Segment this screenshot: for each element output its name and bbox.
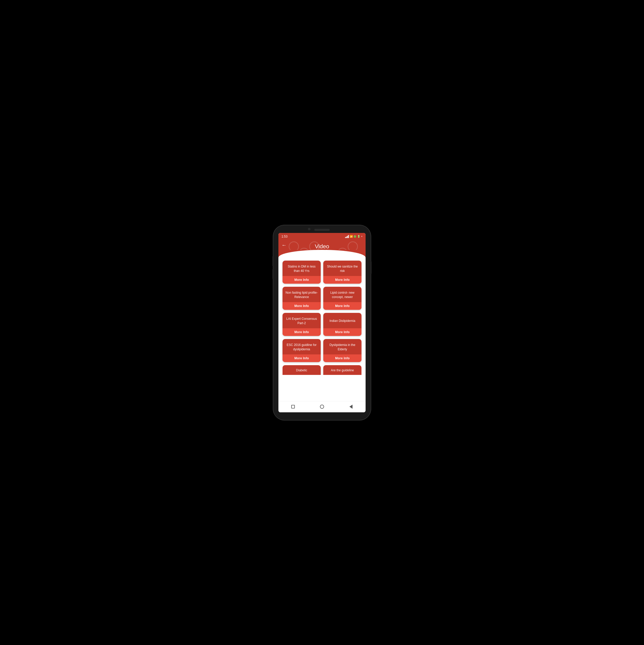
card-title-area-7: ESC 2016 guidline for dyslipidemia <box>283 339 321 355</box>
header-wave <box>279 250 365 257</box>
card-title-area-5: LAI Expert Consensus Part-2 <box>283 313 321 328</box>
nav-recents-button[interactable] <box>289 404 297 410</box>
card-title-5: LAI Expert Consensus Part-2 <box>285 317 318 326</box>
back-button[interactable]: ← <box>282 242 287 248</box>
video-card-2: Should we sanitize the risk More Info <box>323 261 361 284</box>
more-info-btn-1[interactable]: More Info <box>283 276 321 284</box>
bottom-nav <box>279 401 365 412</box>
card-title-area-2: Should we sanitize the risk <box>323 261 361 276</box>
card-title-3: Non fasting lipid profile- Relevance <box>285 290 318 299</box>
card-title-area-6: Indian Dislipidemia <box>323 313 361 328</box>
card-row-1: Statins in DM in less than 40 Yrs More I… <box>283 261 361 284</box>
more-info-btn-8[interactable]: More Info <box>323 355 361 362</box>
card-row-5: Diabetic Are the guideline <box>283 365 361 375</box>
more-info-btn-7[interactable]: More Info <box>283 355 321 362</box>
card-row-4: ESC 2016 guidline for dyslipidemia More … <box>283 339 361 362</box>
card-title-area-3: Non fasting lipid profile- Relevance <box>283 287 321 302</box>
card-title-2: Should we sanitize the risk <box>326 264 359 273</box>
status-time: 1:53 <box>282 235 287 238</box>
card-title-4: Lipid control- new concept, newer <box>326 290 359 299</box>
phone-screen: 1:53 📶 🟢 🔋 + <box>279 233 365 412</box>
card-row-2: Non fasting lipid profile- Relevance Mor… <box>283 287 361 310</box>
video-card-4: Lipid control- new concept, newer More I… <box>323 287 361 310</box>
battery-icon: 🔋 <box>357 235 360 238</box>
vol-down-button[interactable] <box>273 269 273 279</box>
video-card-1: Statins in DM in less than 40 Yrs More I… <box>283 261 321 284</box>
card-row-3: LAI Expert Consensus Part-2 More Info In… <box>283 313 361 336</box>
card-title-area-1: Statins in DM in less than 40 Yrs <box>283 261 321 276</box>
video-card-8: Dyslipidemia in the Elderly More Info <box>323 339 361 362</box>
more-info-btn-3[interactable]: More Info <box>283 302 321 310</box>
content-area: Statins in DM in less than 40 Yrs More I… <box>279 257 365 401</box>
back-icon <box>349 405 352 409</box>
status-bar: 1:53 📶 🟢 🔋 + <box>279 233 365 240</box>
card-title-area-8: Dyslipidemia in the Elderly <box>323 339 361 355</box>
video-card-7: ESC 2016 guidline for dyslipidemia More … <box>283 339 321 362</box>
video-card-5: LAI Expert Consensus Part-2 More Info <box>283 313 321 336</box>
notification-icon: 🟢 <box>353 235 356 238</box>
card-title-10: Are the guideline <box>331 368 354 373</box>
card-title-1: Statins in DM in less than 40 Yrs <box>285 264 318 273</box>
card-title-area-10: Are the guideline <box>323 365 361 375</box>
header-bg <box>279 240 365 250</box>
more-info-btn-4[interactable]: More Info <box>323 302 361 310</box>
nav-back-button[interactable] <box>347 404 355 410</box>
card-title-7: ESC 2016 guidline for dyslipidemia <box>285 343 318 352</box>
video-card-6: Indian Dislipidemia More Info <box>323 313 361 336</box>
video-card-3: Non fasting lipid profile- Relevance Mor… <box>283 287 321 310</box>
video-card-10: Are the guideline <box>323 365 361 375</box>
card-title-8: Dyslipidemia in the Elderly <box>326 343 359 352</box>
video-card-9: Diabetic <box>283 365 321 375</box>
home-icon <box>320 405 324 409</box>
vol-up-button[interactable] <box>273 256 273 266</box>
card-title-area-9: Diabetic <box>283 365 321 375</box>
more-info-btn-5[interactable]: More Info <box>283 328 321 336</box>
app-header: ← Video <box>279 240 365 257</box>
card-title-area-4: Lipid control- new concept, newer <box>323 287 361 302</box>
card-title-6: Indian Dislipidemia <box>329 319 355 323</box>
battery-plus: + <box>361 235 362 238</box>
phone-device: 1:53 📶 🟢 🔋 + <box>273 225 371 420</box>
more-info-btn-2[interactable]: More Info <box>323 276 361 284</box>
more-info-btn-6[interactable]: More Info <box>323 328 361 336</box>
card-title-9: Diabetic <box>296 368 307 373</box>
nav-home-button[interactable] <box>318 404 326 410</box>
status-icons: 📶 🟢 🔋 + <box>345 235 362 238</box>
power-button[interactable] <box>371 261 371 274</box>
wifi-icon: 📶 <box>350 235 353 238</box>
recents-icon <box>291 405 295 409</box>
signal-icon <box>345 235 349 238</box>
